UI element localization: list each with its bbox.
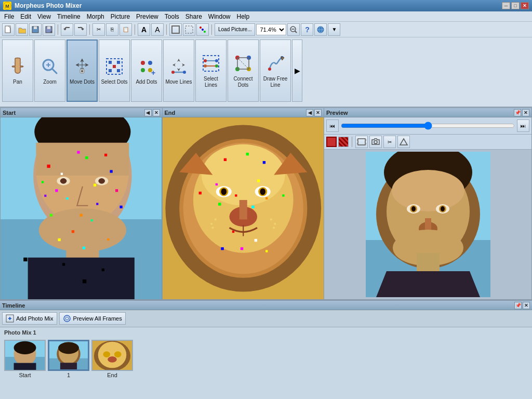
timeline-pin-btn[interactable]: 📌 xyxy=(514,302,522,309)
camera-btn[interactable] xyxy=(369,136,382,148)
svg-point-115 xyxy=(274,223,276,225)
text-button[interactable]: A xyxy=(138,23,150,36)
frame-end[interactable]: End xyxy=(91,340,133,378)
svg-text:+: + xyxy=(151,69,155,76)
draw-free-tool[interactable]: Draw Free Line xyxy=(260,39,291,102)
open-button[interactable] xyxy=(16,23,28,36)
frame-end-label: End xyxy=(107,372,117,378)
end-image[interactable] xyxy=(163,117,324,299)
new-button[interactable] xyxy=(2,23,15,36)
more-tools-btn[interactable]: ▶ xyxy=(292,39,302,102)
preview-close-btn[interactable]: ✕ xyxy=(522,109,529,116)
globe-btn[interactable] xyxy=(314,23,327,36)
timeline-close-btn[interactable]: ✕ xyxy=(523,302,530,309)
add-photo-mix-btn[interactable]: Add Photo Mix xyxy=(2,312,57,325)
svg-point-32 xyxy=(141,61,145,65)
extra-btn[interactable]: ▼ xyxy=(328,23,340,36)
start-pin-btn[interactable]: ◀ xyxy=(144,109,152,116)
film-btn[interactable] xyxy=(355,136,368,148)
maximize-button[interactable]: □ xyxy=(511,2,520,9)
svg-point-160 xyxy=(64,315,70,322)
add-dots-tool[interactable]: + Add Dots xyxy=(131,39,162,102)
pan-icon xyxy=(7,56,28,77)
frame-end-thumb[interactable] xyxy=(91,340,133,371)
paste-button[interactable]: 📋 xyxy=(119,23,132,36)
menu-view[interactable]: View xyxy=(34,12,54,21)
text2-button[interactable]: A xyxy=(151,23,164,36)
pan-tool[interactable]: Pan xyxy=(2,39,33,102)
svg-rect-109 xyxy=(239,200,247,219)
end-close-btn[interactable]: ✕ xyxy=(314,109,322,116)
svg-rect-71 xyxy=(47,165,50,168)
minimize-button[interactable]: ─ xyxy=(502,2,510,9)
frame-1-thumb[interactable] xyxy=(48,340,89,371)
photo-mix-label: Photo Mix 1 xyxy=(2,329,530,336)
svg-rect-84 xyxy=(61,173,63,175)
svg-rect-9 xyxy=(185,26,193,33)
start-image[interactable] xyxy=(1,117,162,299)
menu-window[interactable]: Window xyxy=(205,12,234,21)
start-close-btn[interactable]: ✕ xyxy=(153,109,160,116)
preview-panel: Preview 📌 ✕ ⏮ ⏭ ✂ xyxy=(324,108,532,300)
select-lines-tool[interactable]: Select Lines xyxy=(195,39,227,102)
dots-button[interactable] xyxy=(196,23,209,36)
svg-rect-75 xyxy=(94,184,96,187)
timeline-toolbar: Add Photo Mix Preview All Frames xyxy=(0,310,532,327)
frame-1[interactable]: 1 xyxy=(48,340,89,378)
save-as-button[interactable]: + xyxy=(43,23,55,36)
move-dots-label: Move Dots xyxy=(70,79,95,85)
menu-file[interactable]: File xyxy=(1,12,17,21)
svg-rect-172 xyxy=(60,363,77,369)
svg-rect-136 xyxy=(358,139,365,145)
svg-point-44 xyxy=(215,59,218,62)
triangle-btn[interactable] xyxy=(397,136,410,148)
preview-pin-btn[interactable]: 📌 xyxy=(514,109,521,116)
scissors-btn[interactable]: ✂ xyxy=(383,136,396,148)
close-button[interactable]: ✕ xyxy=(521,2,529,9)
select-dots-tool[interactable]: Select Dots xyxy=(99,39,130,102)
frame-start-thumb[interactable] xyxy=(4,340,46,371)
select-frame-button[interactable] xyxy=(183,23,195,36)
load-picture-btn[interactable]: Load Picture... xyxy=(215,23,255,36)
timeline-content: Photo Mix 1 Start xyxy=(0,327,532,399)
svg-point-39 xyxy=(183,71,186,74)
pattern-btn[interactable] xyxy=(338,137,349,147)
separator-5 xyxy=(211,24,212,35)
svg-line-14 xyxy=(295,31,297,33)
menu-morph[interactable]: Morph xyxy=(84,12,108,21)
frame-button[interactable] xyxy=(169,23,182,36)
help-btn[interactable]: ? xyxy=(301,23,313,36)
move-lines-tool[interactable]: Move Lines xyxy=(163,39,194,102)
preview-slider[interactable] xyxy=(341,122,515,130)
preview-image-area[interactable] xyxy=(324,150,531,299)
add-dots-icon: + xyxy=(136,56,157,77)
preview-panel-controls: 📌 ✕ xyxy=(514,109,529,116)
preview-all-frames-btn[interactable]: Preview All Frames xyxy=(59,312,126,325)
menu-picture[interactable]: Picture xyxy=(108,12,133,21)
zoom-select[interactable]: 71.4% 50% 100% 150% xyxy=(256,24,286,35)
menu-timeline[interactable]: Timeline xyxy=(54,12,84,21)
play-back-btn[interactable]: ⏮ xyxy=(326,119,339,132)
frame-start[interactable]: Start xyxy=(4,340,46,378)
svg-rect-86 xyxy=(42,181,44,183)
menu-share[interactable]: Share xyxy=(182,12,205,21)
move-dots-tool[interactable]: Move Dots xyxy=(66,39,98,102)
svg-rect-6 xyxy=(47,26,50,29)
connect-dots-tool[interactable]: Connect Dots xyxy=(228,39,259,102)
zoom-out-btn[interactable] xyxy=(287,23,300,36)
zoom-tool[interactable]: Zoom xyxy=(34,39,65,102)
save-button[interactable] xyxy=(29,23,42,36)
cut-button[interactable]: ✂ xyxy=(92,23,105,36)
preview-title: Preview xyxy=(326,110,348,116)
select-lines-icon xyxy=(201,53,221,74)
play-forward-btn[interactable]: ⏭ xyxy=(517,119,529,132)
menu-help[interactable]: Help xyxy=(234,12,253,21)
copy-button[interactable]: ⎘ xyxy=(106,23,118,36)
undo-button[interactable] xyxy=(61,23,73,36)
redo-button[interactable] xyxy=(74,23,87,36)
red-square-btn[interactable] xyxy=(326,137,337,147)
end-pin-btn[interactable]: ◀ xyxy=(306,109,313,116)
menu-edit[interactable]: Edit xyxy=(17,12,34,21)
menu-tools[interactable]: Tools xyxy=(162,12,182,21)
menu-preview[interactable]: Preview xyxy=(133,12,162,21)
